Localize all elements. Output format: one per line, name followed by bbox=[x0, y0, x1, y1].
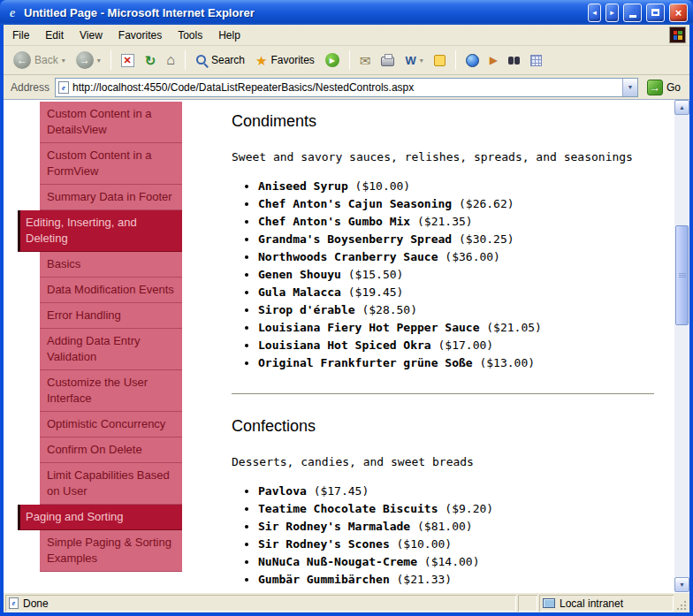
maximize-button[interactable] bbox=[646, 4, 665, 22]
product-item: Aniseed Syrup ($10.00) bbox=[258, 178, 654, 195]
category-description: Sweet and savory sauces, relishes, sprea… bbox=[232, 150, 654, 164]
menu-edit[interactable]: Edit bbox=[38, 27, 71, 44]
menu-help[interactable]: Help bbox=[211, 27, 248, 44]
resize-grip[interactable] bbox=[675, 595, 688, 612]
scroll-up-button[interactable]: ▲ bbox=[674, 100, 689, 115]
stop-icon: ✕ bbox=[121, 54, 134, 67]
sidebar-header-paging-and-sorting[interactable]: Paging and Sorting bbox=[18, 505, 182, 530]
go-label: Go bbox=[666, 81, 681, 94]
grid-button[interactable] bbox=[528, 53, 544, 68]
media-button[interactable]: ▶ bbox=[323, 51, 342, 69]
sidebar-item-adding-data-entry-validation[interactable]: Adding Data Entry Validation bbox=[40, 329, 182, 370]
close-button[interactable]: × bbox=[669, 4, 688, 22]
product-item: Louisiana Fiery Hot Pepper Sauce ($21.05… bbox=[258, 319, 654, 337]
send-button[interactable]: ▶ bbox=[487, 53, 500, 67]
grid-icon bbox=[530, 55, 542, 66]
category-title: Confections bbox=[232, 417, 654, 436]
ie-logo-icon: e bbox=[5, 5, 19, 19]
category-title: Condiments bbox=[232, 112, 654, 131]
product-list: Aniseed Syrup ($10.00) Chef Anton's Caju… bbox=[232, 178, 654, 372]
stop-button[interactable]: ✕ bbox=[118, 52, 137, 69]
maximize-icon bbox=[651, 9, 659, 16]
scroll-down-button[interactable]: ▼ bbox=[674, 577, 689, 592]
messenger-button[interactable] bbox=[431, 53, 448, 68]
product-item: Northwoods Cranberry Sauce ($36.00) bbox=[258, 248, 654, 266]
globe-button[interactable] bbox=[463, 52, 482, 69]
menu-tools[interactable]: Tools bbox=[171, 27, 209, 44]
product-item: Teatime Chocolate Biscuits ($9.20) bbox=[258, 500, 654, 518]
favorites-button[interactable]: ★ Favorites bbox=[253, 52, 317, 69]
mail-button[interactable]: ✉ bbox=[357, 52, 374, 69]
address-input[interactable] bbox=[72, 81, 619, 94]
main-content: Condiments Sweet and savory sauces, reli… bbox=[232, 100, 654, 589]
menu-view[interactable]: View bbox=[72, 27, 110, 44]
title-bar: e Untitled Page - Microsoft Internet Exp… bbox=[0, 0, 693, 25]
back-button[interactable]: ← Back ▾ bbox=[11, 49, 68, 71]
forward-icon: → bbox=[76, 51, 94, 69]
search-label: Search bbox=[211, 54, 245, 66]
sidebar-item-customize-user-interface[interactable]: Customize the User Interface bbox=[40, 370, 182, 412]
product-item: Genen Shouyu ($15.50) bbox=[258, 266, 654, 284]
sidebar-item-custom-content-formview[interactable]: Custom Content in a FormView bbox=[40, 143, 182, 185]
local-intranet-icon bbox=[543, 598, 555, 608]
toolbar-separator bbox=[185, 50, 186, 70]
status-text: Done bbox=[23, 597, 49, 610]
product-item: Sir Rodney's Marmalade ($81.00) bbox=[258, 518, 654, 536]
product-item: Louisiana Hot Spiced Okra ($17.00) bbox=[258, 337, 654, 354]
back-dropdown-icon: ▾ bbox=[62, 57, 65, 65]
window-nav-back-button[interactable]: ◂ bbox=[588, 4, 601, 22]
windows-flag-icon bbox=[674, 31, 682, 40]
toolbar-separator bbox=[349, 50, 350, 70]
category-section-condiments: Condiments Sweet and savory sauces, reli… bbox=[232, 112, 654, 372]
sidebar-item-simple-paging-sorting[interactable]: Simple Paging & Sorting Examples bbox=[40, 530, 182, 572]
mail-icon: ✉ bbox=[360, 54, 371, 67]
refresh-button[interactable]: ↻ bbox=[142, 52, 159, 69]
scrollbar-thumb[interactable] bbox=[675, 225, 689, 325]
menu-favorites[interactable]: Favorites bbox=[111, 27, 169, 44]
sidebar-item-custom-content-detailsview[interactable]: Custom Content in a DetailsView bbox=[40, 102, 182, 143]
sidebar-item-optimistic-concurrency[interactable]: Optimistic Concurrency bbox=[40, 412, 182, 437]
page-viewport: Custom Content in a DetailsView Custom C… bbox=[4, 100, 689, 592]
scrollbar-grip-icon bbox=[679, 275, 686, 276]
search-button[interactable]: Search bbox=[193, 52, 248, 68]
scrollbar-track[interactable] bbox=[674, 115, 689, 577]
product-list: Pavlova ($17.45) Teatime Chocolate Biscu… bbox=[232, 483, 654, 589]
product-item: Original Frankfurter grüne Soße ($13.00) bbox=[258, 354, 654, 372]
edit-button[interactable]: W ▾ bbox=[402, 52, 425, 69]
search-icon bbox=[195, 54, 208, 66]
status-empty-pane bbox=[518, 595, 537, 612]
home-icon: ⌂ bbox=[166, 53, 175, 67]
status-bar: e Done Local intranet bbox=[4, 592, 689, 612]
menu-file[interactable]: File bbox=[5, 27, 36, 44]
address-input-box[interactable]: e ▼ bbox=[55, 78, 638, 97]
category-section-confections: Confections Desserts, candies, and sweet… bbox=[232, 417, 654, 589]
go-arrow-icon: → bbox=[647, 80, 663, 95]
sidebar-header-editing-inserting-deleting[interactable]: Editing, Inserting, and Deleting bbox=[18, 210, 182, 252]
security-zone-pane: Local intranet bbox=[539, 595, 674, 612]
forward-dropdown-icon: ▾ bbox=[97, 57, 101, 65]
sidebar-item-summary-data-footer[interactable]: Summary Data in Footer bbox=[40, 185, 182, 210]
sidebar-item-limit-capabilities[interactable]: Limit Capabilities Based on User bbox=[40, 463, 182, 505]
send-arrow-icon: ▶ bbox=[490, 55, 498, 65]
go-button[interactable]: → Go bbox=[644, 79, 684, 96]
home-button[interactable]: ⌂ bbox=[164, 51, 178, 69]
sidebar-item-error-handling[interactable]: Error Handling bbox=[40, 303, 182, 329]
word-edit-icon: W bbox=[405, 54, 415, 67]
address-dropdown-button[interactable]: ▼ bbox=[622, 79, 637, 96]
address-label: Address bbox=[9, 81, 50, 94]
research-button[interactable] bbox=[506, 55, 522, 66]
toolbar: ← Back ▾ → ▾ ✕ ↻ ⌂ Search ★ Favorites ▶ … bbox=[4, 46, 689, 75]
product-item: Gula Malacca ($19.45) bbox=[258, 284, 654, 301]
minimize-button[interactable] bbox=[623, 4, 642, 22]
sidebar-item-data-modification-events[interactable]: Data Modification Events bbox=[40, 278, 182, 303]
vertical-scrollbar[interactable]: ▲ ▼ bbox=[674, 100, 689, 592]
page-icon: e bbox=[58, 81, 69, 94]
minimize-icon bbox=[629, 15, 636, 18]
sidebar-item-basics[interactable]: Basics bbox=[40, 252, 182, 278]
sidebar-item-confirm-on-delete[interactable]: Confirm On Delete bbox=[40, 437, 182, 463]
product-item: Sirop d'érable ($28.50) bbox=[258, 301, 654, 319]
forward-button[interactable]: → ▾ bbox=[73, 49, 103, 71]
print-button[interactable] bbox=[378, 52, 397, 68]
product-item: Sir Rodney's Scones ($10.00) bbox=[258, 536, 654, 553]
window-nav-forward-button[interactable]: ▸ bbox=[605, 4, 619, 22]
